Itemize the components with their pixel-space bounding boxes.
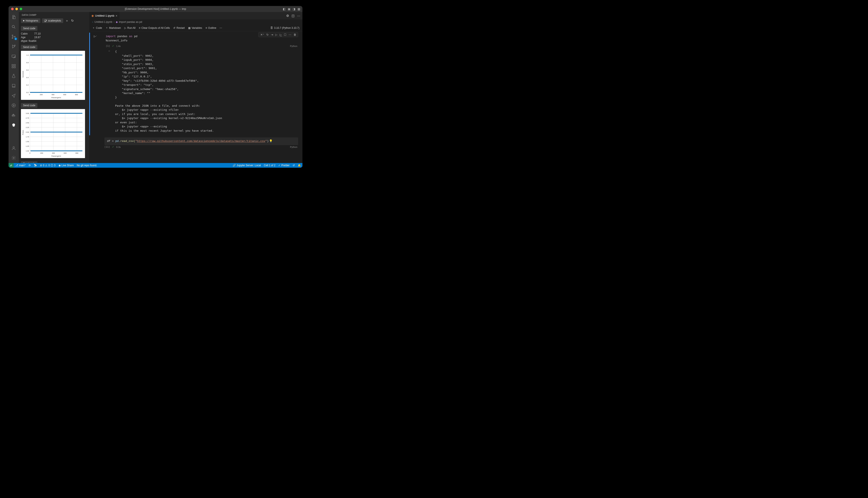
run-cell-and-below-icon[interactable]: ▷̲ — [279, 33, 282, 36]
send-code-button[interactable]: Send code — [21, 103, 37, 108]
svg-text:PassengerId: PassengerId — [51, 97, 61, 99]
remote-indicator[interactable]: ⇄ — [9, 163, 14, 168]
send-code-button[interactable]: Send code — [21, 161, 37, 163]
share-icon[interactable] — [11, 93, 17, 99]
svg-text:0: 0 — [29, 94, 30, 95]
disabled-icon — [44, 19, 47, 22]
svg-text:0.4: 0.4 — [26, 77, 29, 79]
outline-button[interactable]: ≡Outline — [205, 26, 216, 29]
layout-panel-right-icon[interactable]: ◨ — [293, 7, 295, 11]
book-icon[interactable] — [11, 83, 17, 89]
variables-button[interactable]: ▦Variables — [188, 26, 202, 29]
send-code-button[interactable]: Send code — [21, 45, 37, 50]
prettier-indicator[interactable]: ✓ Prettier — [277, 164, 291, 167]
svg-point-16 — [13, 147, 14, 148]
svg-text:1.75: 1.75 — [26, 136, 29, 138]
sync-icon: ⟳ — [29, 164, 31, 167]
editor-tab-label: Untitled-1.ipynb — [95, 14, 114, 17]
clear-outputs-button[interactable]: ≡Clear Outputs of All Cells — [139, 26, 170, 29]
more-actions-icon[interactable]: ⋯ — [297, 14, 300, 18]
svg-text:2.00: 2.00 — [26, 131, 29, 133]
run-by-line-icon[interactable]: ✕⁺ — [260, 33, 265, 36]
git-status: No git repo found. — [75, 164, 99, 167]
refresh-icon[interactable]: ↻ — [71, 19, 74, 23]
symbol-icon: ◆ — [116, 21, 118, 24]
execute-above-icon[interactable]: ↻ — [266, 33, 269, 36]
execute-cell-button[interactable]: ▷ˇ — [94, 35, 97, 38]
layout-customize-icon[interactable]: ▦ — [297, 7, 300, 11]
split-editor-icon[interactable]: ◫ — [292, 14, 295, 18]
sidebar-title: DATA CHIMP — [19, 12, 89, 17]
branch-indicator[interactable]: ⎇ main* — [14, 164, 27, 167]
run-cell-icon[interactable]: ▷ — [275, 33, 278, 36]
execution-time: 1.4s — [116, 45, 121, 47]
run-debug-icon[interactable] — [11, 43, 17, 50]
add-code-button[interactable]: ＋Code — [92, 26, 102, 30]
svg-text:600: 600 — [63, 94, 66, 95]
notifications-icon[interactable]: 🔔 — [296, 164, 303, 167]
add-markdown-button[interactable]: ＋Markdown — [105, 26, 121, 30]
delete-cell-icon[interactable]: 🗑 — [293, 33, 297, 36]
git-branch-icon: ⎇ — [15, 164, 18, 167]
editor-tab[interactable]: ◉ Untitled-1.ipynb × — [89, 12, 120, 19]
remote-explorer-icon[interactable] — [11, 53, 17, 59]
plot-survived: 1.00.80.6 0.40.20.0 0200400 600800 Passe… — [21, 51, 85, 100]
notebook-cell[interactable]: ▷ˇ import pandas as pd %connect_info [1]… — [89, 32, 303, 135]
cell-language[interactable]: Python — [290, 45, 298, 47]
cell-more-icon[interactable]: ⋯ — [288, 33, 292, 36]
cell-language[interactable]: Python — [290, 146, 298, 148]
activity-bar: 1 — [9, 12, 19, 163]
source-control-icon[interactable]: 1 — [11, 34, 17, 40]
split-cell-icon[interactable]: ☐ — [283, 33, 287, 36]
send-code-button[interactable]: Send code — [21, 26, 37, 31]
output-collapse-icon[interactable]: ⋯ — [101, 49, 110, 135]
status-bar: ⇄ ⎇ main* ⟳ 📡 ⊘0 ⚠0 ⓘ3 ◉ Live Share No g… — [9, 163, 303, 168]
svg-point-2 — [12, 38, 13, 39]
restart-button[interactable]: ↺Restart — [173, 26, 185, 29]
sync-button[interactable]: ⟳ — [27, 164, 32, 167]
testing-icon[interactable] — [11, 73, 17, 79]
svg-text:0: 0 — [29, 152, 30, 154]
svg-rect-7 — [12, 64, 13, 66]
svg-text:200: 200 — [40, 94, 43, 95]
close-tab-icon[interactable]: × — [116, 14, 117, 17]
lightbulb-icon[interactable]: 💡 — [269, 140, 272, 143]
code-input[interactable]: df = pd.read_csv("https://raw.githubuser… — [104, 137, 298, 145]
layout-panel-left-icon[interactable]: ◧ — [283, 7, 285, 11]
explorer-icon[interactable] — [11, 14, 17, 20]
jupyter-server-indicator[interactable]: 🔗 Jupyter Server: Local — [231, 164, 262, 167]
svg-point-6 — [14, 56, 16, 58]
notebook-cell[interactable]: df = pd.read_csv("https://raw.githubuser… — [89, 137, 303, 150]
plot-pclass: 3.002.752.50 2.252.001.75 1.501.251.00 0… — [21, 109, 85, 158]
configure-gear-icon[interactable]: ⚙ — [286, 14, 289, 18]
add-tab-icon[interactable]: ＋ — [65, 19, 69, 23]
svg-point-1 — [12, 35, 13, 36]
extensions-icon[interactable] — [11, 63, 17, 69]
account-icon[interactable] — [11, 145, 17, 151]
run-all-button[interactable]: ▷Run All — [124, 26, 136, 29]
cell-position[interactable]: Cell 1 of 2 — [262, 164, 277, 167]
layout-panel-bottom-icon[interactable]: ▣ — [288, 7, 291, 11]
kernel-picker[interactable]: 🗄 3.10.7 (Python 3.10.7) — [270, 26, 299, 29]
port-forward-button[interactable]: 📡 — [32, 164, 38, 167]
settings-gear-icon[interactable] — [11, 155, 17, 161]
history-icon[interactable]: ↺ — [291, 164, 296, 167]
execution-count: [1] — [101, 44, 110, 47]
problems-indicator[interactable]: ⊘0 ⚠0 ⓘ3 — [38, 163, 57, 167]
data-chimp-icon[interactable] — [11, 122, 17, 128]
search-icon[interactable] — [11, 24, 17, 30]
breadcrumb[interactable]: ▫ Untitled-1.ipynb › ◆ import pandas as … — [89, 19, 303, 25]
live-share-button[interactable]: ◉ Live Share — [57, 164, 75, 167]
sidebar-tab-scatterplots[interactable]: scatterplots — [42, 18, 63, 23]
live-preview-icon[interactable] — [11, 102, 17, 108]
svg-text:400: 400 — [51, 94, 54, 95]
toolbar-overflow-icon[interactable]: ⋯ — [219, 26, 222, 29]
dot-icon — [23, 20, 24, 21]
svg-rect-62 — [30, 150, 82, 151]
execution-count: [11] — [101, 145, 110, 148]
sidebar-tab-histograms[interactable]: histograms — [21, 18, 40, 23]
svg-rect-61 — [30, 132, 82, 132]
execute-below-icon[interactable]: ⇥ — [270, 33, 273, 36]
stats-block: Cabin 77.10 Age 19.87 dtype: float64 — [21, 32, 87, 43]
docker-icon[interactable] — [11, 112, 17, 118]
